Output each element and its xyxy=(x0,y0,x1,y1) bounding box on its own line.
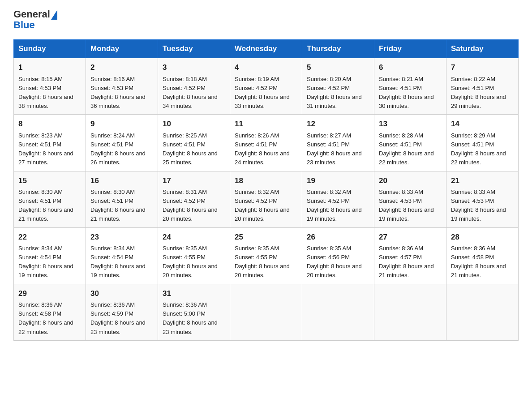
day-info: Sunrise: 8:33 AMSunset: 4:53 PMDaylight:… xyxy=(451,188,514,224)
day-info: Sunrise: 8:30 AMSunset: 4:51 PMDaylight:… xyxy=(18,188,81,224)
calendar-header: SundayMondayTuesdayWednesdayThursdayFrid… xyxy=(14,40,519,58)
logo-blue-text: Blue xyxy=(13,20,57,30)
day-info: Sunrise: 8:35 AMSunset: 4:56 PMDaylight:… xyxy=(307,244,369,280)
day-info: Sunrise: 8:35 AMSunset: 4:55 PMDaylight:… xyxy=(235,244,297,280)
day-number: 18 xyxy=(235,175,297,187)
day-number: 2 xyxy=(90,62,153,73)
header-thursday: Thursday xyxy=(302,40,374,58)
calendar-cell: 26Sunrise: 8:35 AMSunset: 4:56 PMDayligh… xyxy=(302,227,374,284)
day-info: Sunrise: 8:32 AMSunset: 4:52 PMDaylight:… xyxy=(307,188,369,224)
day-number: 30 xyxy=(90,288,153,300)
day-info: Sunrise: 8:18 AMSunset: 4:52 PMDaylight:… xyxy=(163,75,225,111)
calendar-cell xyxy=(302,284,374,340)
logo-triangle-icon xyxy=(51,10,57,20)
calendar-cell: 5Sunrise: 8:20 AMSunset: 4:52 PMDaylight… xyxy=(302,58,374,115)
day-info: Sunrise: 8:28 AMSunset: 4:51 PMDaylight:… xyxy=(379,131,442,167)
calendar-cell: 19Sunrise: 8:32 AMSunset: 4:52 PMDayligh… xyxy=(302,171,374,227)
header-row: SundayMondayTuesdayWednesdayThursdayFrid… xyxy=(14,40,519,58)
day-info: Sunrise: 8:34 AMSunset: 4:54 PMDaylight:… xyxy=(90,244,153,280)
day-info: Sunrise: 8:23 AMSunset: 4:51 PMDaylight:… xyxy=(18,131,81,167)
day-info: Sunrise: 8:34 AMSunset: 4:54 PMDaylight:… xyxy=(18,244,81,280)
day-info: Sunrise: 8:31 AMSunset: 4:52 PMDaylight:… xyxy=(163,188,225,224)
calendar-cell: 28Sunrise: 8:36 AMSunset: 4:58 PMDayligh… xyxy=(446,227,519,284)
day-info: Sunrise: 8:32 AMSunset: 4:52 PMDaylight:… xyxy=(235,188,297,224)
calendar-cell: 9Sunrise: 8:24 AMSunset: 4:51 PMDaylight… xyxy=(86,115,158,171)
day-info: Sunrise: 8:21 AMSunset: 4:51 PMDaylight:… xyxy=(379,75,442,111)
day-number: 27 xyxy=(379,231,442,243)
calendar-cell: 18Sunrise: 8:32 AMSunset: 4:52 PMDayligh… xyxy=(230,171,302,227)
calendar-cell: 16Sunrise: 8:30 AMSunset: 4:51 PMDayligh… xyxy=(86,171,158,227)
calendar-cell: 29Sunrise: 8:36 AMSunset: 4:58 PMDayligh… xyxy=(14,284,86,340)
calendar-cell: 17Sunrise: 8:31 AMSunset: 4:52 PMDayligh… xyxy=(158,171,230,227)
logo: General Blue xyxy=(13,9,57,30)
day-number: 4 xyxy=(235,62,297,73)
day-info: Sunrise: 8:16 AMSunset: 4:53 PMDaylight:… xyxy=(90,75,153,111)
calendar-cell: 24Sunrise: 8:35 AMSunset: 4:55 PMDayligh… xyxy=(158,227,230,284)
day-number: 3 xyxy=(163,62,225,73)
day-number: 24 xyxy=(163,231,225,243)
day-number: 19 xyxy=(307,175,369,187)
day-number: 14 xyxy=(451,118,514,130)
day-number: 22 xyxy=(18,231,81,243)
header-wednesday: Wednesday xyxy=(230,40,302,58)
day-info: Sunrise: 8:22 AMSunset: 4:51 PMDaylight:… xyxy=(451,75,514,111)
calendar-cell: 4Sunrise: 8:19 AMSunset: 4:52 PMDaylight… xyxy=(230,58,302,115)
day-number: 5 xyxy=(307,62,369,73)
day-number: 9 xyxy=(90,118,153,130)
calendar-cell: 23Sunrise: 8:34 AMSunset: 4:54 PMDayligh… xyxy=(86,227,158,284)
calendar-cell: 7Sunrise: 8:22 AMSunset: 4:51 PMDaylight… xyxy=(446,58,519,115)
calendar-cell: 12Sunrise: 8:27 AMSunset: 4:51 PMDayligh… xyxy=(302,115,374,171)
week-row-1: 1Sunrise: 8:15 AMSunset: 4:53 PMDaylight… xyxy=(14,58,519,115)
day-number: 17 xyxy=(163,175,225,187)
day-info: Sunrise: 8:33 AMSunset: 4:53 PMDaylight:… xyxy=(379,188,442,224)
header-saturday: Saturday xyxy=(446,40,519,58)
header-monday: Monday xyxy=(86,40,158,58)
calendar-cell xyxy=(446,284,519,340)
day-number: 13 xyxy=(379,118,442,130)
logo-general-text: General xyxy=(13,9,57,20)
header-tuesday: Tuesday xyxy=(158,40,230,58)
week-row-4: 22Sunrise: 8:34 AMSunset: 4:54 PMDayligh… xyxy=(14,227,519,284)
day-info: Sunrise: 8:36 AMSunset: 5:00 PMDaylight:… xyxy=(163,300,225,337)
calendar-cell: 8Sunrise: 8:23 AMSunset: 4:51 PMDaylight… xyxy=(14,115,86,171)
day-number: 7 xyxy=(451,62,514,73)
week-row-3: 15Sunrise: 8:30 AMSunset: 4:51 PMDayligh… xyxy=(14,171,519,227)
day-number: 20 xyxy=(379,175,442,187)
calendar-cell: 6Sunrise: 8:21 AMSunset: 4:51 PMDaylight… xyxy=(374,58,446,115)
calendar-cell: 2Sunrise: 8:16 AMSunset: 4:53 PMDaylight… xyxy=(86,58,158,115)
day-number: 23 xyxy=(90,231,153,243)
day-info: Sunrise: 8:15 AMSunset: 4:53 PMDaylight:… xyxy=(18,75,81,111)
day-info: Sunrise: 8:27 AMSunset: 4:51 PMDaylight:… xyxy=(307,131,369,167)
day-info: Sunrise: 8:20 AMSunset: 4:52 PMDaylight:… xyxy=(307,75,369,111)
day-info: Sunrise: 8:26 AMSunset: 4:51 PMDaylight:… xyxy=(235,131,297,167)
day-number: 29 xyxy=(18,288,81,300)
day-number: 21 xyxy=(451,175,514,187)
day-number: 25 xyxy=(235,231,297,243)
calendar-body: 1Sunrise: 8:15 AMSunset: 4:53 PMDaylight… xyxy=(14,58,519,340)
calendar-cell: 21Sunrise: 8:33 AMSunset: 4:53 PMDayligh… xyxy=(446,171,519,227)
header-sunday: Sunday xyxy=(14,40,86,58)
week-row-2: 8Sunrise: 8:23 AMSunset: 4:51 PMDaylight… xyxy=(14,115,519,171)
calendar-cell: 1Sunrise: 8:15 AMSunset: 4:53 PMDaylight… xyxy=(14,58,86,115)
calendar-cell: 27Sunrise: 8:36 AMSunset: 4:57 PMDayligh… xyxy=(374,227,446,284)
header-friday: Friday xyxy=(374,40,446,58)
day-number: 1 xyxy=(18,62,81,73)
calendar-cell: 25Sunrise: 8:35 AMSunset: 4:55 PMDayligh… xyxy=(230,227,302,284)
day-number: 10 xyxy=(163,118,225,130)
day-number: 26 xyxy=(307,231,369,243)
calendar-cell: 15Sunrise: 8:30 AMSunset: 4:51 PMDayligh… xyxy=(14,171,86,227)
calendar-table: SundayMondayTuesdayWednesdayThursdayFrid… xyxy=(13,39,519,340)
day-info: Sunrise: 8:25 AMSunset: 4:51 PMDaylight:… xyxy=(163,131,225,167)
calendar-cell: 22Sunrise: 8:34 AMSunset: 4:54 PMDayligh… xyxy=(14,227,86,284)
calendar-cell xyxy=(230,284,302,340)
day-number: 12 xyxy=(307,118,369,130)
day-info: Sunrise: 8:36 AMSunset: 4:57 PMDaylight:… xyxy=(379,244,442,280)
calendar-cell: 31Sunrise: 8:36 AMSunset: 5:00 PMDayligh… xyxy=(158,284,230,340)
day-number: 31 xyxy=(163,288,225,300)
day-info: Sunrise: 8:35 AMSunset: 4:55 PMDaylight:… xyxy=(163,244,225,280)
logo-text: General Blue xyxy=(13,9,57,30)
day-info: Sunrise: 8:30 AMSunset: 4:51 PMDaylight:… xyxy=(90,188,153,224)
calendar-cell: 14Sunrise: 8:29 AMSunset: 4:51 PMDayligh… xyxy=(446,115,519,171)
day-info: Sunrise: 8:24 AMSunset: 4:51 PMDaylight:… xyxy=(90,131,153,167)
calendar-cell: 11Sunrise: 8:26 AMSunset: 4:51 PMDayligh… xyxy=(230,115,302,171)
